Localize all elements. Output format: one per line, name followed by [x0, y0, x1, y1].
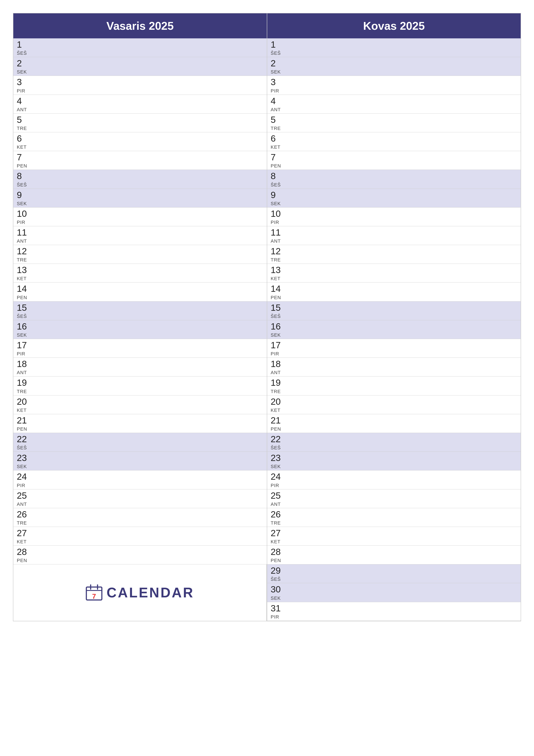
day-number: 28 [271, 547, 286, 557]
kovas-day-row: 17 PIR [267, 339, 521, 358]
day-info: 1 ŠEŠ [17, 40, 32, 56]
day-name: PIR [17, 351, 32, 357]
day-number: 29 [271, 566, 286, 576]
day-info: 5 TRE [271, 115, 286, 131]
day-number: 12 [271, 246, 286, 256]
day-number: 4 [271, 96, 286, 106]
day-name: ŠEŠ [271, 445, 286, 451]
day-number: 11 [271, 228, 286, 237]
day-name: TRE [271, 126, 286, 131]
vasaris-day-row: 24 PIR [13, 471, 267, 489]
day-number: 19 [17, 378, 32, 388]
kovas-day-row: 24 PIR [267, 471, 521, 489]
day-info: 26 TRE [271, 509, 286, 526]
vasaris-header: Vasaris 2025 [13, 14, 267, 39]
day-name: SEK [271, 69, 286, 75]
day-info: 22 ŠEŠ [17, 434, 32, 451]
day-name: TRE [17, 389, 32, 394]
day-info: 8 ŠEŠ [271, 171, 286, 187]
months-row: Vasaris 2025 1 ŠEŠ 2 SEK 3 PIR 4 ANT 5 T… [13, 14, 521, 621]
day-info: 7 PEN [271, 152, 286, 169]
day-info: 13 KET [17, 265, 32, 282]
day-name: ŠEŠ [17, 313, 32, 319]
day-number: 23 [17, 453, 32, 463]
vasaris-day-row: 26 TRE [13, 508, 267, 527]
day-number: 10 [271, 209, 286, 219]
kovas-day-row: 30 SEK [267, 583, 521, 602]
day-info: 10 PIR [17, 209, 32, 225]
day-info: 4 ANT [17, 96, 32, 113]
kovas-day-row: 2 SEK [267, 57, 521, 76]
day-number: 21 [271, 416, 286, 425]
day-number: 17 [271, 340, 286, 350]
day-info: 22 ŠEŠ [271, 434, 286, 451]
day-name: ANT [271, 238, 286, 244]
day-info: 29 ŠEŠ [271, 566, 286, 582]
day-name: TRE [271, 520, 286, 526]
day-info: 21 PEN [17, 416, 32, 432]
day-info: 23 SEK [17, 453, 32, 470]
day-number: 2 [17, 58, 32, 68]
day-info: 24 PIR [271, 472, 286, 488]
svg-text:7: 7 [92, 592, 96, 600]
day-number: 22 [271, 434, 286, 444]
day-number: 5 [271, 115, 286, 125]
day-name: PEN [17, 558, 32, 563]
day-number: 31 [271, 604, 286, 613]
day-number: 27 [17, 528, 32, 538]
kovas-day-row: 31 PIR [267, 602, 521, 621]
day-name: KET [271, 539, 286, 545]
day-info: 18 ANT [271, 359, 286, 375]
kovas-day-row: 18 ANT [267, 358, 521, 376]
day-number: 28 [17, 547, 32, 557]
vasaris-day-row: 15 ŠEŠ [13, 302, 267, 320]
day-info: 2 SEK [271, 58, 286, 75]
vasaris-day-row: 20 KET [13, 395, 267, 414]
day-number: 27 [271, 528, 286, 538]
day-name: PEN [271, 558, 286, 563]
day-info: 27 KET [17, 528, 32, 545]
day-name: ANT [271, 501, 286, 507]
vasaris-day-row: 7 PEN [13, 151, 267, 170]
kovas-day-row: 22 ŠEŠ [267, 433, 521, 452]
vasaris-day-row: 18 ANT [13, 358, 267, 376]
day-name: PEN [271, 426, 286, 432]
day-info: 12 TRE [17, 246, 32, 263]
vasaris-day-row: 28 PEN [13, 546, 267, 564]
day-number: 8 [17, 171, 32, 181]
day-name: PIR [17, 483, 32, 488]
day-number: 13 [271, 265, 286, 275]
vasaris-day-row: 3 PIR [13, 76, 267, 94]
day-number: 15 [271, 303, 286, 313]
day-name: ŠEŠ [271, 50, 286, 56]
kovas-day-row: 14 PEN [267, 283, 521, 301]
day-name: KET [17, 539, 32, 545]
day-name: ŠEŠ [17, 445, 32, 451]
day-number: 24 [17, 472, 32, 482]
day-number: 1 [17, 40, 32, 50]
day-number: 25 [17, 491, 32, 500]
day-info: 14 PEN [17, 284, 32, 300]
day-number: 25 [271, 491, 286, 500]
day-name: SEK [17, 464, 32, 470]
vasaris-day-row: 14 PEN [13, 283, 267, 301]
day-info: 19 TRE [17, 378, 32, 394]
day-name: SEK [17, 69, 32, 75]
kovas-day-row: 19 TRE [267, 376, 521, 395]
day-number: 6 [17, 134, 32, 144]
day-number: 3 [271, 77, 286, 87]
day-info: 19 TRE [271, 378, 286, 394]
kovas-day-row: 20 KET [267, 395, 521, 414]
day-info: 15 ŠEŠ [271, 303, 286, 319]
day-info: 5 TRE [17, 115, 32, 131]
vasaris-day-row: 23 SEK [13, 452, 267, 471]
day-number: 23 [271, 453, 286, 463]
day-number: 5 [17, 115, 32, 125]
day-name: ŠEŠ [17, 182, 32, 188]
kovas-day-row: 1 ŠEŠ [267, 39, 521, 57]
day-name: ŠEŠ [17, 50, 32, 56]
kovas-day-row: 13 KET [267, 264, 521, 283]
kovas-day-row: 12 TRE [267, 245, 521, 264]
day-number: 9 [17, 190, 32, 200]
kovas-day-row: 7 PEN [267, 151, 521, 170]
